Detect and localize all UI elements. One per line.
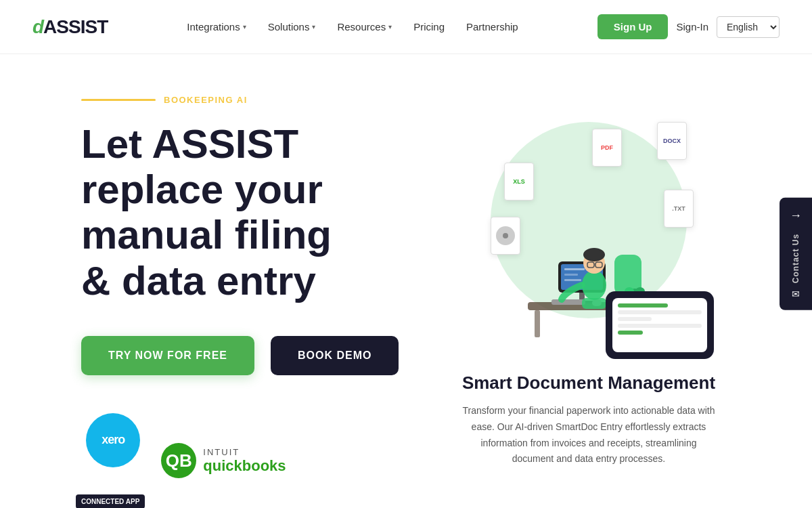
contact-mail-icon: ✉ <box>792 289 800 299</box>
screen-inner <box>612 298 707 352</box>
screen-bar-4 <box>618 331 643 335</box>
qb-intuit-label: intuit <box>203 447 286 457</box>
signin-button[interactable]: Sign-In <box>676 21 708 33</box>
screen-bar-3 <box>618 324 702 328</box>
qb-text: intuit quickbooks <box>203 447 286 475</box>
doc-xls-icon: XLS <box>504 163 534 200</box>
nav-partnership[interactable]: Partnership <box>458 16 526 38</box>
nav-actions: Sign Up Sign-In English French Spanish G… <box>597 14 780 39</box>
xero-circle: xero <box>86 413 140 467</box>
nav-pricing[interactable]: Pricing <box>405 16 453 38</box>
svg-rect-1 <box>535 310 540 337</box>
signup-button[interactable]: Sign Up <box>597 14 669 39</box>
svg-rect-8 <box>564 274 578 276</box>
connected-badge: CONNECTED APP <box>76 494 145 508</box>
doc-txt-icon: .TXT <box>664 190 694 228</box>
chevron-down-icon: ▾ <box>243 23 246 30</box>
screen-bar-2 <box>618 317 652 321</box>
book-demo-button[interactable]: BOOK DEMO <box>271 336 399 375</box>
svg-rect-9 <box>564 279 581 281</box>
nav-integrations[interactable]: Integrations ▾ <box>179 16 254 38</box>
tag-label: BOOKEEPING AI <box>164 95 248 105</box>
smart-doc-description: Transform your financial paperwork into … <box>460 403 717 467</box>
contact-sidebar[interactable]: → Contact Us ✉ <box>780 198 812 310</box>
screen-bar-1 <box>618 310 702 314</box>
nav-resources[interactable]: Resources ▾ <box>329 16 400 38</box>
try-now-button[interactable]: TRY NOW FOR FREE <box>81 336 254 375</box>
navbar: dASSIST Integrations ▾ Solutions ▾ Resou… <box>0 0 812 54</box>
smart-doc-section: Smart Document Management Transform your… <box>447 373 731 467</box>
quickbooks-logo: QB intuit quickbooks <box>161 443 286 478</box>
svg-point-15 <box>583 248 605 261</box>
contact-label: Contact Us <box>791 234 800 283</box>
hero-left: BOOKEEPING AI Let ASSIST replace your ma… <box>81 95 420 508</box>
nav-solutions[interactable]: Solutions ▾ <box>260 16 324 38</box>
qb-circle: QB <box>161 443 196 478</box>
screen-bar-green <box>618 303 668 308</box>
doc-docx-icon: DOCX <box>657 122 687 160</box>
nav-links: Integrations ▾ Solutions ▾ Resources ▾ P… <box>179 16 526 38</box>
svg-rect-19 <box>582 298 606 309</box>
doc-pdf-icon: PDF <box>592 129 622 167</box>
contact-arrow-icon: → <box>790 209 802 223</box>
qb-name-label: quickbooks <box>203 457 286 475</box>
svg-rect-7 <box>564 268 585 270</box>
logo-text: dASSIST <box>32 16 108 38</box>
chevron-down-icon: ▾ <box>312 23 315 30</box>
main-content: BOOKEEPING AI Let ASSIST replace your ma… <box>0 54 812 508</box>
svg-rect-10 <box>551 299 585 305</box>
cta-buttons: TRY NOW FOR FREE BOOK DEMO <box>81 336 420 375</box>
screen-card <box>606 291 714 359</box>
tag-line: BOOKEEPING AI <box>81 95 420 105</box>
logo-d: d <box>32 16 43 37</box>
xero-logo: xero CONNECTED APP <box>81 413 145 508</box>
hero-right: PDF XLS DOCX .TXT <box>420 95 758 508</box>
svg-point-13 <box>582 270 606 300</box>
logo[interactable]: dASSIST <box>32 16 108 38</box>
hero-heading: Let ASSIST replace your manual filing & … <box>81 121 420 303</box>
tag-line-bar <box>81 99 156 101</box>
hero-illustration: PDF XLS DOCX .TXT <box>470 108 707 352</box>
language-select[interactable]: English French Spanish German <box>717 16 780 38</box>
smart-doc-title: Smart Document Management <box>460 373 717 394</box>
chevron-down-icon: ▾ <box>388 23 392 30</box>
partner-logos: xero CONNECTED APP QB intuit quickbooks <box>81 413 420 508</box>
